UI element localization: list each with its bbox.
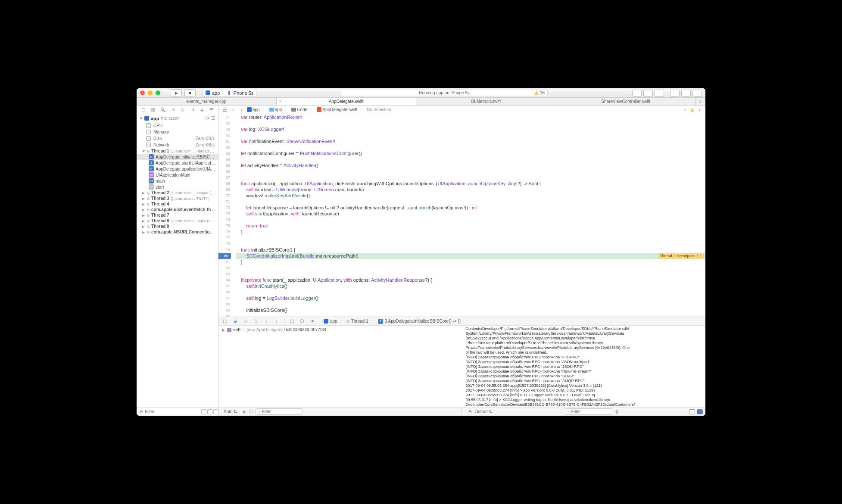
line-gutter[interactable]: 5758596061626364656667686970717273747576… [218,114,232,317]
toggle-inspector[interactable] [692,90,702,96]
stack-frame[interactable]: 17main [137,178,218,184]
disclosure-triangle[interactable]: ▶ [142,208,145,212]
thread-row[interactable]: ▶ ⎋ com.apple.uikit.eventfetch-thread (5… [137,207,218,212]
show-console-pane[interactable] [697,409,703,414]
clear-console-icon[interactable]: 🗑 [615,409,619,414]
editor-version[interactable] [655,90,664,96]
options-icon[interactable]: ☰ [211,115,215,121]
toggle-navigator[interactable] [670,90,680,96]
debug-session-row[interactable]: ▼ app PID 51597 ⟳ ☰ [137,114,218,122]
variables-view[interactable]: ▶ self = (app.AppDelegate) 0x00006000000… [218,326,463,407]
variables-filter[interactable]: ⌕ [256,408,303,415]
disclosure-triangle[interactable]: ▶ [222,328,225,332]
crumb-thread[interactable]: Thread 1 [351,319,368,324]
console-output-selector[interactable]: All Output ⇅ [466,409,495,414]
related-items-icon[interactable]: ☰ [221,107,228,113]
stack-frame[interactable]: 16UIApplicationMain [137,172,218,178]
prev-issue-button[interactable]: ‹ [682,107,689,113]
continue-button[interactable]: ▷ [242,318,249,324]
tab-shareviewcontroller[interactable]: ShareViewController.swift [556,98,696,105]
thread-row[interactable]: ▶ ⎋ Thread 7 [137,212,218,218]
disclosure-triangle[interactable]: ▶ [142,191,145,195]
jump-scheme[interactable]: app [247,107,260,112]
navigator-filter-input[interactable] [145,409,200,414]
debug-nav-icon[interactable]: ⏸ [190,107,195,112]
code-content[interactable]: var router: ApplicationRouter! var log: … [232,114,705,317]
report-nav-icon[interactable]: ☰ [209,107,213,112]
breakpoint-annotation[interactable]: Thread 1: breakpoint 1.1 [658,253,704,259]
stop-button[interactable]: ■ [184,89,196,97]
print-description-icon[interactable]: ⓘ [249,409,253,415]
jump-symbol[interactable]: No Selection [367,107,391,112]
toggle-debug-area[interactable] [681,90,691,96]
editor-assistant[interactable] [643,90,653,96]
thread-row[interactable]: ▶ ⎋ Thread 3 Queue: io.an…TILITY) [137,196,218,201]
console-view[interactable]: Contents/Developer/Platforms/iPhoneSimul… [463,326,706,407]
run-button[interactable]: ▶ [171,89,182,97]
variables-scope-selector[interactable]: Auto ⇅ [221,409,240,414]
disk-gauge[interactable]: DiskZero KB/s [137,135,218,142]
thread-row[interactable]: ▼ ⎋ Thread 1 Queue: com.…-thread (serial… [137,148,218,154]
cpu-gauge[interactable]: CPU [137,122,218,129]
disclosure-triangle[interactable]: ▼ [139,116,143,121]
pause-icon[interactable]: ⟳ [206,115,209,121]
variables-filter-input[interactable] [262,409,317,414]
zoom-window[interactable] [156,90,160,95]
filter-toggle-3[interactable] [213,409,218,414]
next-issue-button[interactable]: › [696,107,703,113]
tab-events-manager[interactable]: events_manager.cpp [137,98,277,105]
jump-file[interactable]: AppDelegate.swift [317,107,357,112]
thread-row[interactable]: ▶ ⎋ Thread 9 [137,224,218,229]
toggle-debug-button[interactable]: ▢ [221,318,229,324]
new-tab-button[interactable]: + [696,98,705,105]
filter-toggle-2[interactable] [207,409,212,414]
scheme-selector[interactable]: app 〉 ▮ iPhone 5s [203,89,256,97]
issue-badge[interactable]: 16 [534,90,545,95]
activity-viewer[interactable]: Running app on iPhone 5s 16 [341,90,548,96]
jump-group[interactable]: app [269,107,282,112]
thread-row[interactable]: ▶ ⎋ Thread 8 Queue: com.t…ages (serial) [137,218,218,224]
disclosure-triangle[interactable]: ▶ [142,202,145,206]
filter-toggle-1[interactable] [201,409,206,414]
editor-standard[interactable] [632,90,642,96]
stack-frame[interactable]: 1AppDelegate.start(UIApplication… [137,160,218,166]
project-nav-icon[interactable]: ▢ [141,107,145,112]
thread-row[interactable]: ▶ ⎋ Thread 2 Queue: com.…anager (serial) [137,190,218,196]
memory-graph-button[interactable]: ⬡ [298,318,306,324]
thread-row[interactable]: ▶ ⎋ Thread 4 [137,201,218,207]
filter-icon[interactable]: ⊕ [139,409,143,414]
forward-button[interactable]: › [238,107,245,113]
memory-gauge[interactable]: Memory [137,129,218,135]
console-filter[interactable]: ⌕ [565,408,612,415]
step-out-button[interactable]: ↑ [273,318,281,324]
warning-icon[interactable] [690,108,694,112]
thread-row[interactable]: ▶ ⎋ com.apple.NSURLConnectionLoader… [137,229,218,235]
step-over-button[interactable]: ⤵ [252,318,260,324]
step-into-button[interactable]: ↓ [262,318,270,324]
disclosure-triangle[interactable]: ▼ [142,149,145,153]
tab-blmethod[interactable]: BLMethod.swift [416,98,556,105]
stack-frame[interactable]: 0AppDelegate.initializeSBISCore(… [137,154,218,160]
crumb-frame[interactable]: 0 AppDelegate.initializeSBISCore() -> () [385,319,461,324]
issue-nav-icon[interactable]: ⚠ [172,107,175,112]
jump-folder[interactable]: Code [291,107,307,112]
network-gauge[interactable]: NetworkZero KB/s [137,142,218,148]
close-window[interactable] [140,90,145,95]
disclosure-triangle[interactable]: ▶ [142,196,145,201]
stack-frame[interactable]: 2AppDelegate.application(UIAppli… [137,166,218,172]
stack-frame[interactable]: 18start [137,184,218,190]
source-nav-icon[interactable]: ▥ [151,107,155,112]
test-nav-icon[interactable]: ◇ [181,107,184,112]
breakpoint-nav-icon[interactable]: ⬙ [200,107,204,112]
tab-appdelegate[interactable]: ×AppDelegate.swift [277,98,417,105]
disclosure-triangle[interactable]: ▶ [142,224,145,229]
show-variables-pane[interactable] [689,409,695,414]
find-nav-icon[interactable]: 🔍 [160,107,165,112]
disclosure-triangle[interactable]: ▶ [142,219,145,223]
simulate-location-button[interactable]: ➤ [309,318,316,324]
code-editor[interactable]: 5758596061626364656667686970717273747576… [218,114,705,317]
disclosure-triangle[interactable]: ▶ [142,213,145,218]
close-tab-icon[interactable]: × [279,99,282,104]
back-button[interactable]: ‹ [230,107,237,113]
view-debug-button[interactable]: ◫ [288,318,296,324]
